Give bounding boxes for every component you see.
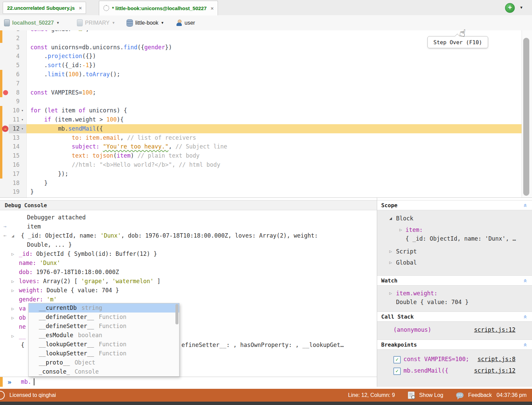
autocomplete-item[interactable]: __lookupGetter__Function bbox=[29, 340, 179, 349]
tab-list-dropdown-icon[interactable]: ▼ bbox=[520, 5, 523, 9]
code-editor[interactable]: 1const gender='m';23const unicorns=db.un… bbox=[0, 30, 532, 197]
autocomplete-item[interactable]: __lookupSetter__Function bbox=[29, 349, 179, 358]
replica-selector[interactable]: PRIMARY ▼ bbox=[77, 15, 115, 30]
watch-expression-row[interactable]: ▷ item.weight: bbox=[377, 286, 532, 297]
collapse-icon[interactable]: « bbox=[520, 279, 530, 282]
code-line[interactable]: 9 bbox=[0, 97, 532, 106]
code-text: .sort({_id:-1}) bbox=[30, 61, 96, 70]
code-line[interactable]: 12▾→ mb.sendMail({ bbox=[0, 124, 532, 133]
expand-icon[interactable]: ▷ bbox=[389, 260, 392, 265]
fold-caret-icon[interactable]: ▾ bbox=[21, 115, 24, 124]
code-line[interactable]: 8const VAMPIRES=100; bbox=[0, 88, 532, 97]
scope-title: Scope bbox=[381, 202, 397, 209]
chevron-down-icon: ▼ bbox=[161, 21, 164, 25]
code-line[interactable]: 6 .limit(100).toArray(); bbox=[0, 70, 532, 79]
close-icon[interactable]: × bbox=[79, 5, 82, 11]
expand-icon[interactable]: ▷ bbox=[389, 291, 392, 296]
editor-scrollbar-thumb[interactable] bbox=[523, 38, 529, 196]
code-line[interactable]: 10▾for (let item of unicorns) { bbox=[0, 106, 532, 115]
tab-bar: 22.uncorrelated Subquery.js × * little-b… bbox=[0, 0, 532, 16]
tab-uncorrelated-subquery[interactable]: 22.uncorrelated Subquery.js × bbox=[3, 2, 86, 14]
code-line[interactable]: 16 //html: "<b>Hello world?</b>", // htm… bbox=[0, 160, 532, 169]
scope-block-row[interactable]: ◢ Block bbox=[377, 210, 532, 223]
breakpoint-checkbox[interactable]: ✓ bbox=[393, 368, 401, 375]
autocomplete-item[interactable]: _console_Console bbox=[29, 367, 179, 376]
breakpoint-row[interactable]: ✓const VAMPIRES=100;script.js:8 bbox=[377, 350, 532, 364]
collapse-icon[interactable]: « bbox=[520, 315, 530, 319]
console-text: ob bbox=[19, 313, 26, 322]
expand-icon[interactable]: ▷ bbox=[11, 277, 14, 286]
line-number: 1 bbox=[8, 30, 20, 34]
database-selector[interactable]: little-book ▼ bbox=[127, 15, 164, 30]
bottom-edge-strip bbox=[0, 402, 532, 405]
code-text: mb.sendMail({ bbox=[30, 124, 103, 133]
close-icon[interactable]: × bbox=[211, 5, 214, 11]
editor-scrollbar[interactable] bbox=[522, 30, 532, 197]
scope-item-row[interactable]: ▷ item: bbox=[377, 223, 532, 234]
call-stack-frame-row[interactable]: (anonymous) script.js:12 bbox=[377, 322, 532, 335]
server-icon bbox=[4, 19, 10, 26]
feedback-button[interactable]: Feedback bbox=[468, 392, 492, 398]
scope-panel-header: Scope « bbox=[377, 200, 532, 210]
breakpoint-row[interactable]: ✓mb.sendMail({script.js:12 bbox=[377, 364, 532, 376]
code-line[interactable]: 19} bbox=[0, 187, 532, 196]
console-text: dob: 1976-07-18T10:18:00.000Z bbox=[19, 268, 119, 277]
show-log-button[interactable]: Show Log bbox=[419, 392, 443, 398]
code-line[interactable]: 7 bbox=[0, 79, 532, 88]
tab-little-book-unicorns[interactable]: * little-book:unicorns@localhost_50227 × bbox=[99, 1, 218, 16]
autocomplete-item[interactable]: __esModuleboolean bbox=[29, 331, 179, 340]
input-arrow-icon: → bbox=[3, 222, 6, 231]
expand-icon[interactable]: ▷ bbox=[389, 249, 392, 254]
console-input-value[interactable]: mb. bbox=[21, 377, 31, 387]
expand-icon[interactable]: ▷ bbox=[11, 313, 14, 322]
console-text: gender: 'm' bbox=[19, 295, 57, 304]
expand-icon[interactable]: ▷ bbox=[11, 286, 14, 295]
connection-selector[interactable]: localhost_50227 ▼ bbox=[4, 15, 60, 30]
collapse-icon[interactable]: « bbox=[520, 343, 530, 347]
console-input[interactable]: » mb. bbox=[0, 377, 377, 387]
breakpoint-location-link[interactable]: script.js:8 bbox=[477, 356, 515, 362]
fold-caret-icon[interactable]: ▾ bbox=[21, 124, 24, 133]
frame-location-link[interactable]: script.js:12 bbox=[474, 326, 515, 333]
line-number: 17 bbox=[8, 169, 20, 179]
user-icon bbox=[176, 20, 182, 26]
expand-icon[interactable]: ◢ bbox=[11, 231, 14, 240]
code-line[interactable]: 5 .sort({_id:-1}) bbox=[0, 61, 532, 70]
watch-title: Watch bbox=[381, 277, 397, 284]
scope-script-row[interactable]: ▷ Script bbox=[377, 244, 532, 256]
code-line[interactable]: 4 .projection({}) bbox=[0, 52, 532, 61]
popup-scrollbar-thumb[interactable] bbox=[175, 304, 178, 324]
fold-caret-icon[interactable]: ▾ bbox=[21, 106, 24, 115]
code-line[interactable]: 13 to: item.email, // list of receivers bbox=[0, 133, 532, 142]
breakpoint-icon[interactable] bbox=[3, 90, 8, 95]
breakpoints-panel: ✓const VAMPIRES=100;script.js:8✓mb.sendM… bbox=[377, 350, 532, 387]
breakpoint-checkbox[interactable]: ✓ bbox=[393, 356, 401, 363]
code-line[interactable]: 11▾ if (item.weight > 100){ bbox=[0, 115, 532, 124]
expand-icon[interactable]: ▷ bbox=[11, 249, 14, 259]
autocomplete-item[interactable]: __defineSetter__Function bbox=[29, 322, 179, 331]
code-line[interactable]: 14 subject: "You're too heavy.", // Subj… bbox=[0, 142, 532, 151]
code-text: .limit(100).toArray(); bbox=[30, 70, 120, 79]
line-number: 9 bbox=[8, 97, 20, 106]
autocomplete-item[interactable]: __currentDbstring bbox=[29, 303, 179, 313]
expand-icon[interactable]: ▷ bbox=[399, 227, 402, 232]
expand-icon[interactable]: ▷ bbox=[11, 331, 14, 341]
expand-icon[interactable]: ◢ bbox=[389, 216, 392, 221]
line-number: 18 bbox=[8, 179, 20, 188]
app-window: 22.uncorrelated Subquery.js × * little-b… bbox=[0, 0, 532, 405]
autocomplete-item[interactable]: __proto__Object bbox=[29, 358, 179, 367]
collapse-icon[interactable]: « bbox=[520, 204, 530, 207]
user-indicator[interactable]: user bbox=[176, 15, 195, 30]
scope-global-row[interactable]: ▷ Global bbox=[377, 256, 532, 267]
current-execution-icon[interactable]: → bbox=[2, 126, 8, 132]
expand-icon[interactable]: ▷ bbox=[11, 304, 14, 313]
line-number: 7 bbox=[8, 79, 20, 88]
breakpoint-location-link[interactable]: script.js:12 bbox=[474, 367, 515, 374]
code-line[interactable]: 18 } bbox=[0, 179, 532, 188]
autocomplete-item[interactable]: __defineGetter__Function bbox=[29, 313, 179, 322]
code-line[interactable]: 17 }); bbox=[0, 169, 532, 179]
console-row: ▷_id: ObjectId { Symbol(id): Buffer(12) … bbox=[0, 249, 377, 259]
new-tab-button[interactable]: + bbox=[505, 3, 515, 13]
code-line[interactable]: 15 text: tojson(item) // plain text body bbox=[0, 151, 532, 160]
code-line[interactable]: 1const gender='m'; bbox=[0, 30, 532, 34]
